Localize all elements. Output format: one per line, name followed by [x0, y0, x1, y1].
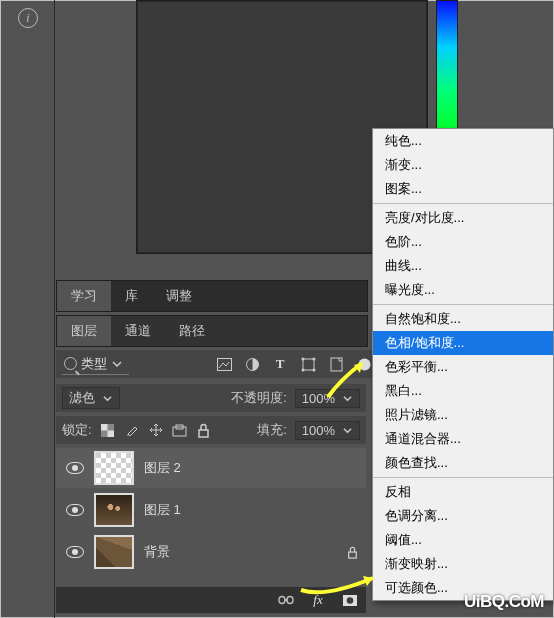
- svg-point-4: [312, 357, 315, 360]
- menu-pattern[interactable]: 图案...: [373, 177, 553, 201]
- visibility-toggle-icon[interactable]: [66, 546, 84, 558]
- svg-point-19: [347, 597, 354, 604]
- lock-pixels-icon[interactable]: [124, 422, 140, 438]
- tab-layers[interactable]: 图层: [57, 316, 111, 346]
- lock-position-icon[interactable]: [148, 422, 164, 438]
- chevron-down-icon: [111, 358, 123, 370]
- filter-type-select[interactable]: 类型: [62, 354, 129, 375]
- layer-thumbnail[interactable]: [94, 451, 134, 485]
- visibility-toggle-icon[interactable]: [66, 504, 84, 516]
- svg-rect-2: [303, 359, 314, 370]
- info-icon[interactable]: i: [18, 8, 38, 28]
- layer-thumbnail[interactable]: [94, 493, 134, 527]
- layers-bottom-bar: fx: [56, 587, 366, 613]
- filter-text-icon[interactable]: T: [272, 356, 288, 372]
- menu-exposure[interactable]: 曝光度...: [373, 278, 553, 302]
- svg-rect-14: [199, 430, 208, 437]
- layer-thumbnail[interactable]: [94, 535, 134, 569]
- lock-transparent-icon[interactable]: [100, 422, 116, 438]
- layer-name[interactable]: 背景: [144, 543, 170, 561]
- search-icon: [64, 357, 77, 370]
- adjustment-layer-menu: 纯色... 渐变... 图案... 亮度/对比度... 色阶... 曲线... …: [372, 128, 554, 601]
- lock-fill-row: 锁定: 填充: 100%: [56, 416, 366, 444]
- chevron-down-icon: [341, 392, 353, 404]
- filter-type-label: 类型: [81, 355, 107, 373]
- filter-smart-icon[interactable]: [328, 356, 344, 372]
- tab-library[interactable]: 库: [111, 281, 152, 311]
- new-adjustment-layer-icon[interactable]: [356, 356, 372, 372]
- menu-brightness[interactable]: 亮度/对比度...: [373, 206, 553, 230]
- menu-threshold[interactable]: 阈值...: [373, 528, 553, 552]
- layer-name[interactable]: 图层 2: [144, 459, 181, 477]
- tab-learn[interactable]: 学习: [57, 281, 111, 311]
- menu-channel-mixer[interactable]: 通道混合器...: [373, 427, 553, 451]
- fill-input[interactable]: 100%: [295, 421, 360, 440]
- menu-hue-saturation[interactable]: 色相/饱和度...: [373, 331, 553, 355]
- svg-rect-11: [108, 430, 115, 437]
- menu-gradient-map[interactable]: 渐变映射...: [373, 552, 553, 576]
- menu-black-white[interactable]: 黑白...: [373, 379, 553, 403]
- svg-rect-12: [173, 427, 186, 436]
- menu-posterize[interactable]: 色调分离...: [373, 504, 553, 528]
- watermark: UiBQ.CoM: [464, 592, 544, 612]
- tab-paths[interactable]: 路径: [165, 316, 219, 346]
- svg-point-8: [358, 358, 370, 370]
- menu-curves[interactable]: 曲线...: [373, 254, 553, 278]
- menu-color-balance[interactable]: 色彩平衡...: [373, 355, 553, 379]
- svg-point-6: [312, 368, 315, 371]
- blend-opacity-row: 滤色 不透明度: 100%: [56, 384, 366, 412]
- svg-rect-10: [101, 424, 108, 431]
- menu-gradient-fill[interactable]: 渐变...: [373, 153, 553, 177]
- lock-label: 锁定:: [62, 421, 92, 439]
- opacity-input[interactable]: 100%: [295, 389, 360, 408]
- opacity-value: 100%: [302, 391, 335, 406]
- add-mask-icon[interactable]: [342, 592, 358, 608]
- chevron-down-icon: [101, 392, 113, 404]
- lock-all-icon[interactable]: [196, 422, 212, 438]
- layer-filter-row: 类型 T: [56, 350, 378, 378]
- layer-name[interactable]: 图层 1: [144, 501, 181, 519]
- menu-color-lookup[interactable]: 颜色查找...: [373, 451, 553, 475]
- filter-shape-icon[interactable]: [300, 356, 316, 372]
- blend-mode-label: 滤色: [69, 389, 95, 407]
- menu-invert[interactable]: 反相: [373, 480, 553, 504]
- menu-vibrance[interactable]: 自然饱和度...: [373, 307, 553, 331]
- svg-point-5: [301, 368, 304, 371]
- layer-row-selected[interactable]: 图层 2: [56, 448, 366, 488]
- filter-image-icon[interactable]: [216, 356, 232, 372]
- hue-slider[interactable]: [436, 0, 458, 132]
- link-layers-icon[interactable]: [278, 592, 294, 608]
- filter-adjustment-icon[interactable]: [244, 356, 260, 372]
- menu-solid-color[interactable]: 纯色...: [373, 129, 553, 153]
- panel-tabs-2: 图层 通道 路径: [56, 315, 368, 347]
- opacity-label: 不透明度:: [231, 389, 287, 407]
- fill-label: 填充:: [257, 421, 287, 439]
- tab-adjust[interactable]: 调整: [152, 281, 206, 311]
- chevron-down-icon: [341, 424, 353, 436]
- menu-levels[interactable]: 色阶...: [373, 230, 553, 254]
- fill-value: 100%: [302, 423, 335, 438]
- visibility-toggle-icon[interactable]: [66, 462, 84, 474]
- lock-icon: [344, 544, 360, 560]
- layer-row[interactable]: 图层 1: [56, 490, 366, 530]
- svg-rect-15: [348, 552, 356, 558]
- menu-photo-filter[interactable]: 照片滤镜...: [373, 403, 553, 427]
- svg-rect-7: [331, 358, 342, 371]
- svg-point-3: [301, 357, 304, 360]
- lock-artboard-icon[interactable]: [172, 422, 188, 438]
- layer-row[interactable]: 背景: [56, 532, 366, 572]
- tab-channels[interactable]: 通道: [111, 316, 165, 346]
- blend-mode-select[interactable]: 滤色: [62, 387, 120, 409]
- layer-style-icon[interactable]: fx: [310, 592, 326, 608]
- panel-tabs-1: 学习 库 调整: [56, 280, 368, 312]
